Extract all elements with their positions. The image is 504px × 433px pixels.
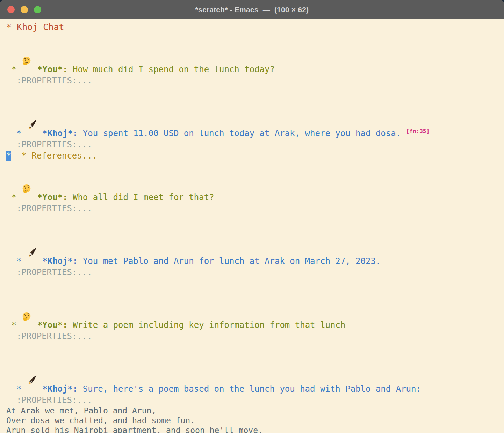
minimize-button[interactable] bbox=[21, 6, 28, 13]
text-run bbox=[37, 384, 42, 394]
text-run: * bbox=[6, 65, 21, 74]
thinking-face-icon bbox=[22, 34, 31, 43]
speaker-you-label: *You*: bbox=[37, 65, 68, 74]
properties-line: :PROPERTIES:... bbox=[6, 331, 504, 342]
properties-line: :PROPERTIES:... bbox=[6, 267, 504, 278]
properties-drawer[interactable]: :PROPERTIES:... bbox=[6, 331, 92, 341]
thinking-face-icon bbox=[22, 161, 31, 171]
text-run bbox=[32, 320, 37, 330]
text-run bbox=[37, 256, 42, 266]
blank-line bbox=[6, 342, 504, 353]
window-title: *scratch* - Emacs — (100 × 62) bbox=[195, 6, 309, 14]
text-run bbox=[11, 151, 21, 161]
poem-text: Arun sold his Nairobi apartment, and soo… bbox=[6, 426, 263, 433]
body-text-line: Arun sold his Nairobi apartment, and soo… bbox=[6, 425, 504, 433]
emacs-window: *scratch* - Emacs — (100 × 62) * Khoj Ch… bbox=[0, 0, 504, 433]
eagle-icon bbox=[27, 225, 37, 235]
text-run: * bbox=[6, 129, 27, 138]
properties-line: :PROPERTIES:... bbox=[6, 75, 504, 86]
body-text-line: Over dosa we chatted, and had some fun. bbox=[6, 416, 504, 425]
blank-line bbox=[6, 278, 504, 289]
close-button[interactable] bbox=[7, 6, 15, 13]
speaker-khoj-label: *Khoj*: bbox=[42, 256, 78, 266]
footnote-link[interactable]: [fn:35] bbox=[406, 128, 430, 134]
properties-drawer[interactable]: :PROPERTIES:... bbox=[6, 267, 92, 277]
speaker-you-label: *You*: bbox=[37, 320, 68, 330]
khoj-message-line: * *Khoj*: You met Pablo and Arun for lun… bbox=[6, 225, 504, 267]
text-run: * bbox=[6, 256, 27, 266]
thinking-face-icon bbox=[22, 289, 31, 299]
eagle-icon bbox=[27, 97, 37, 107]
chat-title-heading: * Khoj Chat bbox=[6, 22, 64, 32]
speaker-khoj-label: *Khoj*: bbox=[42, 384, 78, 394]
text-run: * bbox=[6, 320, 21, 330]
you-message-line: * *You*: How much did I spend on the lun… bbox=[6, 34, 504, 75]
text-run bbox=[32, 192, 37, 202]
you-message-line: * *You*: Write a poem including key info… bbox=[6, 289, 504, 331]
speaker-khoj-label: *Khoj*: bbox=[42, 129, 78, 138]
message-text: How much did I spend on the lunch today? bbox=[68, 65, 275, 74]
properties-line: :PROPERTIES:... bbox=[6, 203, 504, 214]
properties-drawer[interactable]: :PROPERTIES:... bbox=[6, 395, 92, 405]
references-line: * * References... bbox=[6, 150, 504, 161]
text-run bbox=[32, 65, 37, 74]
message-text: You met Pablo and Arun for lunch at Arak… bbox=[78, 256, 381, 266]
message-text: Write a poem including key information f… bbox=[68, 320, 346, 330]
body-text-line: At Arak we met, Pablo and Arun, bbox=[6, 406, 504, 416]
properties-line: :PROPERTIES:... bbox=[6, 395, 504, 406]
poem-text: Over dosa we chatted, and had some fun. bbox=[6, 416, 195, 425]
blank-line bbox=[6, 86, 504, 97]
message-text: Who all did I meet for that? bbox=[68, 192, 214, 202]
properties-drawer[interactable]: :PROPERTIES:... bbox=[6, 76, 92, 86]
you-message-line: * *You*: Who all did I meet for that? bbox=[6, 161, 504, 203]
traffic-lights bbox=[7, 0, 41, 19]
text-run: * bbox=[6, 192, 21, 202]
properties-drawer[interactable]: :PROPERTIES:... bbox=[6, 140, 92, 149]
message-text: You spent 11.00 USD on lunch today at Ar… bbox=[78, 129, 406, 138]
text-run: * bbox=[6, 384, 27, 394]
poem-text: At Arak we met, Pablo and Arun, bbox=[6, 406, 156, 415]
khoj-message-line: * *Khoj*: Sure, here's a poem based on t… bbox=[6, 353, 504, 395]
eagle-icon bbox=[27, 353, 37, 363]
text-run bbox=[37, 129, 42, 138]
chat-title-line: * Khoj Chat bbox=[6, 21, 504, 34]
editor-buffer[interactable]: * Khoj Chat * *You*: How much did I spen… bbox=[0, 19, 504, 433]
khoj-message-line: * *Khoj*: You spent 11.00 USD on lunch t… bbox=[6, 97, 504, 139]
zoom-button[interactable] bbox=[34, 6, 41, 13]
properties-line: :PROPERTIES:... bbox=[6, 139, 504, 150]
properties-drawer[interactable]: :PROPERTIES:... bbox=[6, 204, 92, 213]
message-text: Sure, here's a poem based on the lunch y… bbox=[78, 384, 421, 394]
text-cursor: * bbox=[6, 151, 11, 161]
blank-line bbox=[6, 214, 504, 225]
title-bar[interactable]: *scratch* - Emacs — (100 × 62) bbox=[0, 0, 504, 19]
speaker-you-label: *You*: bbox=[37, 192, 68, 202]
references-heading[interactable]: * References... bbox=[21, 151, 97, 161]
